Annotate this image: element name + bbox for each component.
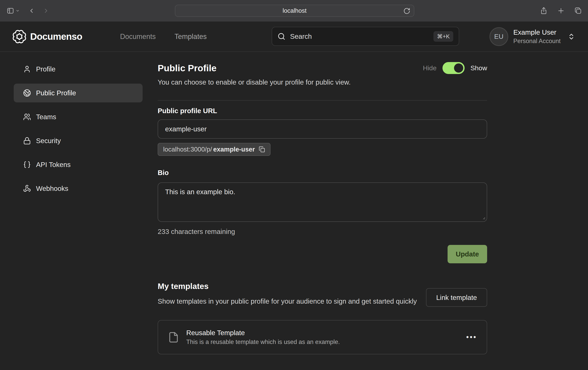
profile-visibility-switch[interactable] — [442, 62, 465, 74]
copy-url-button[interactable] — [259, 146, 265, 153]
webhook-icon — [23, 185, 31, 192]
sidebar-item-teams[interactable]: Teams — [14, 107, 143, 126]
profile-visibility-toggle-group: Hide Show — [423, 62, 487, 74]
forward-button-icon[interactable] — [43, 7, 49, 14]
profile-url-slug: example-user — [213, 146, 255, 153]
page-title: Public Profile — [158, 63, 216, 73]
template-actions-button[interactable]: ••• — [466, 333, 477, 341]
ellipsis-icon: ••• — [466, 333, 477, 341]
public-profile-settings: Public Profile Hide Show You can choose … — [158, 52, 487, 354]
user-icon — [23, 65, 31, 73]
nav-templates[interactable]: Templates — [175, 32, 207, 41]
sidebar-item-security[interactable]: Security — [14, 131, 143, 150]
sidebar-toggle-icon[interactable] — [7, 7, 14, 14]
sidebar-item-label: Security — [36, 137, 61, 145]
account-menu[interactable]: EU Example User Personal Account — [490, 27, 575, 46]
sidebar-item-label: Webhooks — [36, 185, 68, 192]
chevrons-up-down-icon — [568, 33, 575, 40]
search-icon — [278, 32, 285, 40]
switch-knob — [454, 63, 463, 73]
settings-sidebar: Profile Public Profile Teams Security AP… — [0, 52, 143, 354]
sidebar-item-label: Teams — [36, 113, 56, 121]
lock-icon — [23, 137, 31, 145]
sidebar-item-label: Profile — [36, 65, 55, 73]
sidebar-item-webhooks[interactable]: Webhooks — [14, 179, 143, 198]
section-divider — [158, 100, 487, 101]
update-button[interactable]: Update — [448, 245, 487, 263]
profile-url-input[interactable] — [158, 119, 487, 139]
tab-overview-icon[interactable] — [574, 7, 582, 15]
my-templates-title: My templates — [158, 282, 417, 291]
address-url: localhost — [283, 7, 306, 14]
search-input[interactable] — [290, 32, 429, 40]
new-tab-icon[interactable] — [557, 7, 565, 15]
sidebar-item-label: Public Profile — [36, 89, 76, 97]
toggle-show-label: Show — [471, 64, 487, 72]
sidebar-item-profile[interactable]: Profile — [14, 60, 143, 79]
copy-icon — [259, 146, 265, 153]
account-type: Personal Account — [513, 38, 561, 45]
search-shortcut-badge: ⌘+K — [433, 31, 453, 42]
my-templates-description: Show templates in your public profile fo… — [158, 296, 417, 306]
nav-documents[interactable]: Documents — [120, 32, 156, 41]
bio-characters-remaining: 233 characters remaining — [158, 228, 487, 236]
back-button-icon[interactable] — [28, 7, 35, 14]
file-icon — [168, 332, 179, 343]
top-nav: Documents Templates — [120, 32, 207, 41]
braces-icon — [23, 161, 31, 169]
search-bar[interactable]: ⌘+K — [272, 27, 459, 46]
bio-label: Bio — [158, 169, 487, 177]
template-list-item: Reusable Template This is a reusable tem… — [158, 320, 487, 354]
account-name: Example User — [513, 28, 561, 36]
profile-url-label: Public profile URL — [158, 107, 487, 115]
documenso-logo-icon — [12, 29, 27, 44]
sidebar-item-label: API Tokens — [36, 161, 71, 169]
template-description: This is a reusable template which is use… — [186, 339, 340, 346]
sidebar-item-public-profile[interactable]: Public Profile — [14, 84, 143, 103]
chevron-down-icon[interactable] — [16, 9, 20, 13]
settings-layout: Profile Public Profile Teams Security AP… — [0, 52, 588, 354]
browser-chrome: localhost — [0, 0, 588, 21]
template-title: Reusable Template — [186, 329, 340, 337]
refresh-icon[interactable] — [403, 7, 410, 14]
brand-name: Documenso — [30, 31, 82, 42]
brand[interactable]: Documenso — [12, 29, 82, 44]
page-subtitle: You can choose to enable or disable your… — [158, 78, 487, 86]
share-icon[interactable] — [540, 7, 548, 15]
globe-icon — [23, 89, 31, 97]
users-icon — [23, 113, 31, 121]
bio-textarea[interactable]: This is an example bio. — [158, 183, 487, 222]
toggle-hide-label: Hide — [423, 64, 437, 72]
avatar: EU — [490, 27, 508, 46]
profile-url-preview: localhost:3000/p/example-user — [158, 143, 271, 156]
profile-url-prefix: localhost:3000/p/ — [163, 146, 212, 153]
app-header: Documenso Documents Templates ⌘+K EU Exa… — [0, 21, 588, 52]
sidebar-item-api-tokens[interactable]: API Tokens — [14, 155, 143, 174]
link-template-button[interactable]: Link template — [426, 288, 487, 307]
address-bar[interactable]: localhost — [175, 5, 414, 17]
